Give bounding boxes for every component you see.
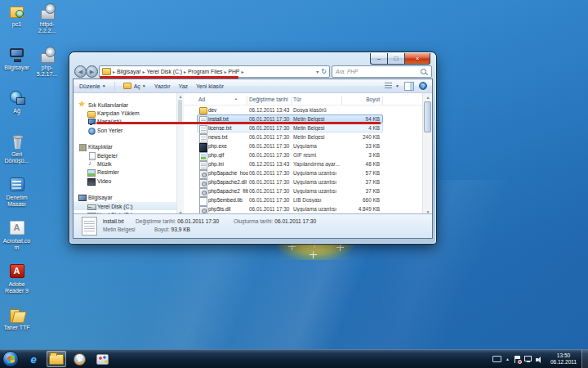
volume-icon[interactable] [536, 356, 543, 363]
taskbar-internet-explorer[interactable]: e [24, 351, 43, 367]
file-modified: 06.01.2011 17:30 [249, 197, 293, 203]
table-row[interactable]: php5embed.lib 06.01.2011 17:30 LIB Dosya… [184, 195, 422, 204]
table-row[interactable]: php.gif 06.01.2011 17:30 GIF resmi 3 KB [184, 150, 422, 159]
hidden-icons-arrow-icon[interactable]: ▲ [506, 357, 510, 361]
sidebar-item-label: Video [97, 178, 111, 184]
sidebar-item[interactable]: Bilgisayar [74, 194, 176, 202]
paint-icon [96, 354, 109, 365]
close-button[interactable]: × [405, 53, 430, 65]
file-name: php5embed.lib [208, 197, 248, 203]
file-list-scrollbar[interactable]: ▲ ▼ [422, 93, 432, 216]
column-header-name[interactable]: Ad [198, 96, 205, 102]
sidebar-item[interactable]: Karşıdan Yüklem [74, 109, 176, 117]
column-separator[interactable] [382, 96, 383, 105]
table-row[interactable]: php5apache2_filter.dll 06.01.2011 17:30 … [184, 186, 422, 195]
file-name: dev [208, 107, 248, 113]
table-row[interactable]: news.txt 06.01.2011 17:30 Metin Belgesi … [184, 132, 422, 141]
refresh-icon[interactable]: ↻ [320, 68, 329, 75]
start-button[interactable] [2, 351, 19, 367]
sidebar-item[interactable]: Resimler [74, 168, 176, 177]
table-row[interactable]: license.txt 06.01.2011 17:30 Metin Belge… [184, 123, 422, 132]
file-size: 48 KB [344, 161, 380, 167]
table-row[interactable]: php.exe 06.01.2011 17:30 Uygulama 33 KB [184, 141, 422, 150]
help-button[interactable]: ? [419, 82, 427, 90]
show-desktop-button[interactable] [581, 350, 588, 368]
table-row[interactable]: php5ts.dll 06.01.2011 17:30 Uygulama uza… [184, 204, 422, 213]
sidebar-item[interactable]: Son Yerler [74, 126, 176, 134]
chevron-down-icon: ▼ [395, 83, 399, 88]
column-header-modified[interactable]: Değiştirme tarihi [249, 96, 288, 102]
column-separator[interactable] [247, 96, 247, 105]
file-type: Dosya klasörü [293, 107, 342, 113]
forward-button[interactable]: ▶ [86, 65, 98, 78]
file-size: 240 KB [344, 134, 380, 140]
desktop-icon-label: Geri Dönüşü... [2, 151, 32, 164]
folder-icon [123, 83, 131, 89]
table-row[interactable]: php.ini 06.12.2011 13:43 Yapılandırma ay… [184, 159, 422, 168]
desktop-icon[interactable]: php-5.2.17... [32, 45, 62, 88]
action-center-flag-icon[interactable] [514, 356, 520, 363]
table-row[interactable]: php5apache_hooks.dll 06.01.2011 17:30 Uy… [184, 168, 422, 177]
taskbar-paint[interactable] [92, 351, 112, 367]
taskbar-clock[interactable]: 13:50 06.12.2011 [547, 352, 580, 366]
column-header-type[interactable]: Tür [293, 96, 301, 102]
file-size: 3 KB [344, 152, 380, 158]
explorer-main-area: Sık Kullanılanlar Karşıdan Yüklem Masaüs… [74, 93, 432, 216]
breadcrumb-item[interactable]: Bilgisayar [117, 69, 140, 74]
sidebar-item[interactable]: Müzik [74, 159, 176, 168]
toolbar-separator [114, 82, 115, 91]
table-row[interactable]: php5apache2.dll 06.01.2011 17:30 Uygulam… [184, 177, 422, 186]
breadcrumb: ▸ Bilgisayar ▸ Yerel Disk (C:) ▸ Program… [111, 69, 239, 74]
sidebar-item[interactable]: Yerel Disk (C:) [74, 202, 176, 210]
new-folder-button[interactable]: Yeni klasör [196, 83, 224, 89]
breadcrumb-item[interactable]: Yerel Disk (C:) [147, 69, 183, 74]
taskbar-media-player[interactable] [69, 351, 89, 367]
sidebar-scrollbar[interactable]: ▲ ▼ [176, 93, 184, 216]
chevron-down-icon: ▼ [102, 83, 106, 88]
burn-button[interactable]: Yaz [178, 83, 188, 89]
desktop-icon[interactable]: Denetim Masası [2, 175, 32, 218]
file-type: Uygulama uzantısı [293, 179, 342, 185]
breadcrumb-item[interactable]: Program Files [188, 69, 222, 74]
table-row[interactable]: dev 06.12.2011 13:43 Dosya klasörü [184, 105, 422, 114]
minimize-button[interactable]: – [370, 53, 387, 65]
sidebar-item[interactable]: Belgeler [74, 151, 176, 159]
sidebar-item[interactable]: Video [74, 177, 176, 185]
desktop-icon[interactable]: httpd-2.2.2... [32, 2, 62, 45]
column-header-size[interactable]: Boyut [344, 96, 380, 102]
desktop-icon[interactable]: Ağ [2, 88, 32, 132]
back-button[interactable]: ◀ [74, 65, 87, 78]
file-name: php5apache2.dll [208, 179, 248, 185]
desktop-icon-glyph [38, 2, 56, 20]
file-type: Uygulama [293, 143, 342, 149]
taskbar-windows-explorer[interactable] [47, 351, 66, 367]
file-size: 94 KB [344, 116, 380, 122]
column-separator[interactable] [291, 96, 292, 105]
breadcrumb-item[interactable]: PHP [228, 69, 239, 74]
scroll-up-icon[interactable]: ▲ [423, 95, 432, 100]
desktop-icon[interactable]: Geri Dönüşü... [2, 132, 32, 175]
device-icon[interactable] [492, 356, 501, 362]
address-dropdown-icon[interactable]: ▾ [314, 69, 320, 74]
scroll-up-icon[interactable]: ▲ [177, 94, 184, 99]
scrollbar-thumb[interactable] [178, 100, 182, 124]
desktop-icon[interactable]: Taner TTF [2, 305, 32, 348]
maximize-button[interactable]: □ [387, 53, 405, 65]
print-button[interactable]: Yazdır [154, 83, 171, 89]
breadcrumb-arrow-icon: ▸ [111, 69, 117, 74]
sidebar-item[interactable]: Kitaplıklar [74, 143, 176, 151]
desktop-icon[interactable]: pc1 [2, 2, 32, 45]
sidebar-item[interactable]: Sık Kullanılanlar [74, 101, 176, 109]
organize-button[interactable]: Düzenle▼ [79, 83, 106, 89]
scrollbar-thumb[interactable] [424, 101, 431, 132]
desktop-icon[interactable]: Acrobat.com [2, 218, 32, 262]
desktop-icon[interactable]: Adobe Reader 9 [2, 262, 32, 305]
search-input[interactable]: Ara: PHP [332, 65, 432, 78]
column-separator[interactable] [341, 96, 342, 105]
desktop-icon[interactable]: Bilgisayar [2, 45, 32, 88]
preview-pane-button[interactable] [404, 82, 414, 91]
network-icon[interactable] [524, 356, 532, 362]
open-button[interactable]: Aç▼ [123, 83, 146, 89]
desktop-icon-glyph [8, 2, 26, 20]
change-view-button[interactable]: ▼ [385, 83, 399, 89]
